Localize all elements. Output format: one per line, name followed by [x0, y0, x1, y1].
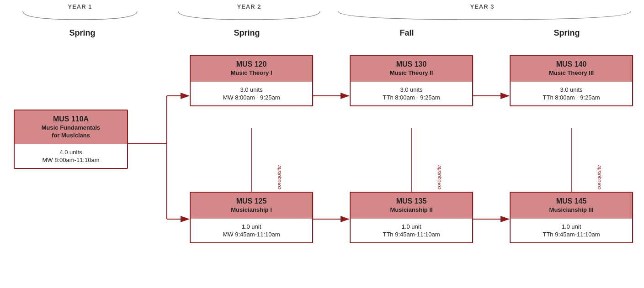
year3-brace: [338, 11, 631, 20]
card-mus125-time: MW 9:45am-11:10am: [194, 231, 309, 238]
season-year3-spring: Spring: [500, 28, 633, 38]
card-mus125-code: MUS 125: [194, 197, 309, 205]
corequisite-label-3: corequisite: [574, 139, 624, 189]
card-mus120-code: MUS 120: [194, 60, 309, 68]
card-mus110a-code: MUS 110A: [18, 115, 123, 123]
card-mus145-title: Musicianship III: [514, 206, 628, 214]
card-mus120: MUS 120 Music Theory I 3.0 units MW 8:00…: [190, 55, 313, 106]
card-mus125-units: 1.0 unit: [194, 223, 309, 230]
card-mus145-time: TTh 9:45am-11:10am: [514, 231, 628, 238]
card-mus130-code: MUS 130: [354, 60, 468, 68]
season-year1-spring: Spring: [23, 28, 142, 38]
diagram: YEAR 1 YEAR 2 YEAR 3 Spring Spring Fall …: [0, 0, 644, 288]
season-label: Spring: [554, 28, 580, 37]
year-braces: YEAR 1 YEAR 2 YEAR 3: [0, 2, 644, 30]
card-mus140: MUS 140 Music Theory III 3.0 units TTh 8…: [510, 55, 633, 106]
card-mus125-body: 1.0 unit MW 9:45am-11:10am: [191, 219, 312, 242]
season-year3-fall: Fall: [341, 28, 473, 38]
season-label: Spring: [234, 28, 260, 37]
card-mus110a-body: 4.0 units MW 8:00am-11:10am: [15, 144, 127, 168]
card-mus110a-units: 4.0 units: [18, 149, 123, 156]
card-mus130-time: TTh 8:00am - 9:25am: [354, 94, 468, 101]
card-mus135-header: MUS 135 Musicianship II: [351, 193, 472, 219]
card-mus110a-header: MUS 110A Music Fundamentalsfor Musicians: [15, 110, 127, 144]
card-mus135: MUS 135 Musicianship II 1.0 unit TTh 9:4…: [350, 192, 473, 243]
card-mus120-units: 3.0 units: [194, 86, 309, 93]
card-mus130-body: 3.0 units TTh 8:00am - 9:25am: [351, 82, 472, 105]
season-label: Fall: [399, 28, 414, 37]
card-mus110a: MUS 110A Music Fundamentalsfor Musicians…: [14, 110, 128, 169]
season-year2-spring: Spring: [181, 28, 313, 38]
card-mus140-header: MUS 140 Music Theory III: [511, 56, 632, 82]
card-mus145-header: MUS 145 Musicianship III: [511, 193, 632, 219]
card-mus135-code: MUS 135: [354, 197, 468, 205]
card-mus140-code: MUS 140: [514, 60, 628, 68]
card-mus145-body: 1.0 unit TTh 9:45am-11:10am: [511, 219, 632, 242]
card-mus130-title: Music Theory II: [354, 69, 468, 77]
card-mus140-body: 3.0 units TTh 8:00am - 9:25am: [511, 82, 632, 105]
card-mus120-title: Music Theory I: [194, 69, 309, 77]
card-mus130: MUS 130 Music Theory II 3.0 units TTh 8:…: [350, 55, 473, 106]
card-mus145-code: MUS 145: [514, 197, 628, 205]
card-mus130-header: MUS 130 Music Theory II: [351, 56, 472, 82]
year3-label: YEAR 3: [470, 3, 495, 10]
card-mus145: MUS 145 Musicianship III 1.0 unit TTh 9:…: [510, 192, 633, 243]
year2-brace: [178, 11, 320, 20]
card-mus110a-time: MW 8:00am-11:10am: [18, 157, 123, 163]
year1-brace: [23, 11, 137, 20]
year1-label: YEAR 1: [68, 3, 92, 10]
card-mus120-body: 3.0 units MW 8:00am - 9:25am: [191, 82, 312, 105]
card-mus120-time: MW 8:00am - 9:25am: [194, 94, 309, 101]
card-mus135-body: 1.0 unit TTh 9:45am-11:10am: [351, 219, 472, 242]
card-mus145-units: 1.0 unit: [514, 223, 628, 230]
card-mus135-time: TTh 9:45am-11:10am: [354, 231, 468, 238]
season-label: Spring: [69, 28, 96, 37]
card-mus110a-title: Music Fundamentalsfor Musicians: [18, 124, 123, 140]
card-mus130-units: 3.0 units: [354, 86, 468, 93]
card-mus135-title: Musicianship II: [354, 206, 468, 214]
card-mus140-units: 3.0 units: [514, 86, 628, 93]
card-mus125: MUS 125 Musicianship I 1.0 unit MW 9:45a…: [190, 192, 313, 243]
corequisite-label-2: corequisite: [414, 139, 464, 189]
card-mus125-title: Musicianship I: [194, 206, 309, 214]
card-mus140-title: Music Theory III: [514, 69, 628, 77]
card-mus125-header: MUS 125 Musicianship I: [191, 193, 312, 219]
year2-label: YEAR 2: [237, 3, 261, 10]
card-mus135-units: 1.0 unit: [354, 223, 468, 230]
corequisite-label-1: corequisite: [254, 139, 304, 189]
card-mus140-time: TTh 8:00am - 9:25am: [514, 94, 628, 101]
card-mus120-header: MUS 120 Music Theory I: [191, 56, 312, 82]
